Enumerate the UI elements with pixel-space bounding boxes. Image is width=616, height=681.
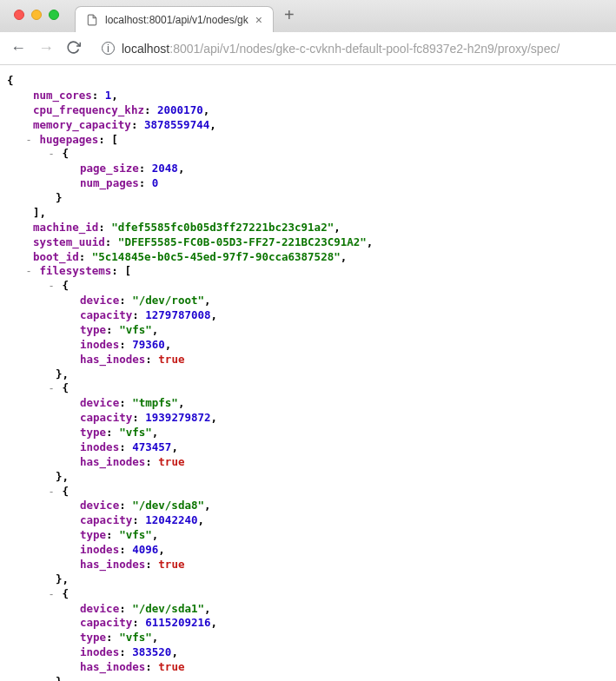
json-row: capacity: 1939279872, (7, 411, 609, 426)
json-row: memory_capacity: 3878559744, (7, 118, 609, 133)
json-row: - { (7, 485, 609, 499)
file-icon (86, 14, 98, 26)
json-row: inodes: 4096, (7, 543, 609, 558)
json-row: - { (7, 381, 609, 396)
browser-toolbar: ← → i localhost:8001/api/v1/nodes/gke-c-… (0, 32, 616, 65)
url-text: localhost:8001/api/v1/nodes/gke-c-cvknh-… (122, 42, 560, 56)
collapse-toggle[interactable]: - (24, 133, 33, 148)
json-row: - filesystems: [ (7, 264, 609, 279)
json-viewer: { num_cores: 1, cpu_frequency_khz: 20001… (0, 65, 616, 681)
tab-title: localhost:8001/api/v1/nodes/gk (105, 14, 248, 26)
minimize-window-button[interactable] (31, 10, 42, 20)
json-row: - { (7, 147, 609, 162)
json-row: type: "vfs", (7, 528, 609, 543)
json-row: inodes: 79360, (7, 338, 609, 353)
json-row: device: "/dev/root", (7, 294, 609, 308)
json-row: machine_id: "dfef5585fc0b05d3ff27221bc23… (7, 221, 609, 235)
json-row: type: "vfs", (7, 426, 609, 440)
json-row: capacity: 1279787008, (7, 308, 609, 323)
site-info-icon[interactable]: i (102, 42, 115, 55)
json-brace: { (7, 74, 609, 89)
browser-tab[interactable]: localhost:8001/api/v1/nodes/gk × (75, 6, 274, 32)
json-row: - { (7, 279, 609, 294)
json-row: - { (7, 587, 609, 602)
collapse-toggle[interactable]: - (47, 587, 56, 602)
address-bar[interactable]: i localhost:8001/api/v1/nodes/gke-c-cvkn… (93, 36, 606, 61)
json-row: has_inodes: true (7, 660, 609, 675)
json-row: page_size: 2048, (7, 162, 609, 176)
collapse-toggle[interactable]: - (47, 381, 56, 396)
forward-button[interactable]: → (38, 39, 54, 57)
json-brace: } (7, 191, 609, 206)
window-controls (7, 10, 66, 20)
json-row: device: "/dev/sda8", (7, 499, 609, 513)
back-button[interactable]: ← (10, 39, 26, 57)
json-brace: }, (7, 470, 609, 485)
json-row: has_inodes: true (7, 558, 609, 572)
collapse-toggle[interactable]: - (47, 279, 56, 294)
json-row: system_uuid: "DFEF5585-FC0B-05D3-FF27-22… (7, 235, 609, 250)
json-row: inodes: 473457, (7, 440, 609, 455)
reload-button[interactable] (66, 40, 81, 57)
json-row: device: "/dev/sda1", (7, 602, 609, 617)
new-tab-button[interactable]: + (274, 6, 305, 23)
close-tab-button[interactable]: × (255, 14, 262, 26)
close-window-button[interactable] (14, 10, 24, 20)
json-row: capacity: 6115209216, (7, 616, 609, 631)
json-row: type: "vfs", (7, 323, 609, 338)
json-brace: }, (7, 572, 609, 587)
collapse-toggle[interactable]: - (47, 147, 56, 162)
json-row: device: "tmpfs", (7, 396, 609, 411)
json-row: inodes: 383520, (7, 645, 609, 660)
json-row: num_cores: 1, (7, 89, 609, 103)
tab-strip: localhost:8001/api/v1/nodes/gk × + (0, 0, 616, 32)
json-row: has_inodes: true (7, 353, 609, 367)
json-row: capacity: 12042240, (7, 513, 609, 528)
json-brace: } (7, 675, 609, 681)
json-brace: }, (7, 367, 609, 382)
collapse-toggle[interactable]: - (24, 264, 33, 279)
json-row: has_inodes: true (7, 455, 609, 470)
json-row: num_pages: 0 (7, 176, 609, 191)
json-row: - hugepages: [ (7, 133, 609, 148)
json-row: boot_id: "5c14845e-b0c5-45ed-97f7-90cca6… (7, 250, 609, 265)
collapse-toggle[interactable]: - (47, 485, 56, 499)
maximize-window-button[interactable] (49, 10, 59, 20)
json-row: type: "vfs", (7, 631, 609, 645)
json-row: cpu_frequency_khz: 2000170, (7, 103, 609, 118)
json-brace: ], (7, 206, 609, 221)
